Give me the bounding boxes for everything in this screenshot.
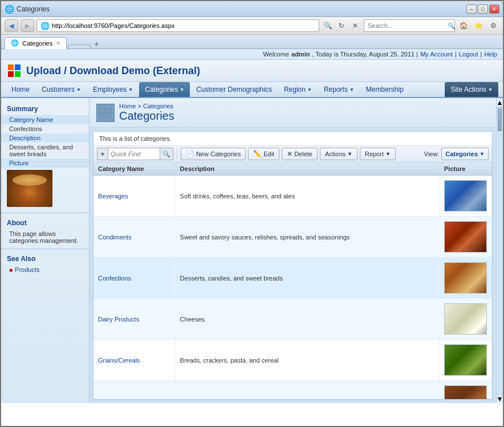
- logo-square-1: [8, 64, 14, 70]
- delete-button[interactable]: ✕ Delete: [282, 148, 318, 160]
- sidebar: Summary Category Name Confections Descri…: [1, 98, 90, 403]
- search-icon[interactable]: 🔍: [322, 19, 334, 32]
- tools-icon[interactable]: ⚙: [487, 19, 499, 32]
- tab-close-button[interactable]: ✕: [56, 40, 60, 46]
- sidebar-picture-value: [1, 168, 89, 209]
- scroll-down-button[interactable]: ▼: [497, 394, 503, 403]
- edit-button[interactable]: ✏️ Edit: [248, 148, 279, 160]
- back-button[interactable]: ◀: [5, 19, 18, 32]
- nav-item-reports[interactable]: Reports ▼: [318, 82, 360, 97]
- sidebar-description-field[interactable]: Description: [1, 133, 89, 143]
- scrollbar[interactable]: ▲ ▼: [496, 98, 503, 403]
- close-button[interactable]: ✕: [489, 5, 499, 14]
- category-name-cell: Condiments: [94, 217, 175, 258]
- nav-item-membership[interactable]: Membership: [360, 82, 409, 97]
- title-bar: 🌐 Categories – □ ✕: [1, 1, 503, 17]
- quick-find-input[interactable]: [108, 151, 160, 157]
- quick-find-arrow[interactable]: ▼: [97, 148, 108, 160]
- sidebar-category-name-field[interactable]: Category Name: [1, 115, 89, 124]
- new-tab-button[interactable]: +: [92, 39, 101, 48]
- minimize-button[interactable]: –: [466, 5, 477, 14]
- sidebar-description-value: Desserts, candies, and sweet breads: [1, 143, 89, 158]
- edit-icon: ✏️: [253, 150, 262, 158]
- category-link[interactable]: Grains/Cereals: [98, 357, 140, 364]
- new-tab-area[interactable]: [68, 44, 91, 48]
- category-name-cell: Meat/Poultry: [94, 381, 175, 400]
- sidebar-summary-title[interactable]: Summary: [1, 103, 89, 115]
- help-link[interactable]: Help: [484, 51, 497, 58]
- home-icon[interactable]: 🏠: [457, 19, 470, 32]
- stop-icon[interactable]: ✕: [349, 19, 361, 32]
- nav-item-employees[interactable]: Employees ▼: [87, 82, 139, 97]
- active-tab[interactable]: 🌐 Categories ✕: [5, 37, 67, 49]
- picture-cell: [440, 299, 492, 340]
- browser-window: 🌐 Categories – □ ✕ ◀ ▶ 🌐 🔍 ↻ ✕ 🔍 🏠 ⭐ ⚙: [0, 0, 504, 427]
- view-dropdown[interactable]: Categories ▼: [441, 148, 489, 160]
- scroll-thumb[interactable]: [498, 108, 502, 131]
- category-link[interactable]: Meat/Poultry: [98, 398, 133, 400]
- category-link[interactable]: Condiments: [98, 234, 132, 241]
- products-bullet-icon: ■: [9, 267, 13, 273]
- sidebar-about-section: About This page allows categories manage…: [1, 217, 89, 245]
- logo-square-3: [8, 71, 14, 77]
- sidebar-picture-field[interactable]: Picture: [1, 158, 89, 168]
- forward-button[interactable]: ▶: [21, 19, 34, 32]
- picture-cell: [440, 217, 492, 258]
- table-header-row: Category Name Description Picture: [94, 162, 492, 176]
- content-area: Summary Category Name Confections Descri…: [1, 98, 503, 403]
- favorites-icon[interactable]: ⭐: [472, 19, 485, 32]
- nav-item-site-actions[interactable]: Site Actions ▼: [445, 82, 498, 97]
- table-row: Meat/PoultryPrepared meats: [94, 381, 492, 400]
- sidebar-see-also-title: See Also: [1, 253, 89, 265]
- list-area: This is a list of categories. ▼ 🔍 📄 New …: [93, 131, 493, 400]
- scroll-track[interactable]: [497, 107, 503, 394]
- actions-button[interactable]: Actions ▼: [320, 148, 357, 160]
- app-title: Upload / Download Demo (External): [26, 65, 200, 77]
- scroll-up-button[interactable]: ▲: [497, 98, 503, 107]
- refresh-icon[interactable]: ↻: [335, 19, 348, 32]
- address-bar: 🌐: [36, 19, 319, 32]
- data-table: Category Name Description Picture Bevera…: [94, 162, 492, 399]
- breadcrumb-home-link[interactable]: Home: [119, 103, 136, 109]
- picture-cell: [440, 176, 492, 217]
- category-link[interactable]: Beverages: [98, 193, 128, 200]
- page-wrapper: Welcome admin , Today is Thursday, Augus…: [1, 49, 503, 403]
- categories-icon: [99, 106, 112, 120]
- page-title: Categories: [119, 109, 174, 123]
- table-row: Grains/CerealsBreads, crackers, pasta, a…: [94, 340, 492, 381]
- browser-search-input[interactable]: [368, 22, 446, 29]
- sidebar-about-title: About: [1, 217, 89, 229]
- toolbar: ▼ 🔍 📄 New Categories ✏️ Edit: [94, 146, 492, 162]
- table-row: BeveragesSoft drinks, coffees, teas, bee…: [94, 176, 492, 217]
- new-icon: 📄: [186, 150, 194, 158]
- logo-square-4: [15, 71, 21, 77]
- logout-link[interactable]: Logout: [459, 51, 478, 58]
- nav-item-home[interactable]: Home: [6, 82, 35, 97]
- sidebar-divider-2: [1, 249, 89, 249]
- description-cell: Soft drinks, coffees, teas, beers, and a…: [175, 176, 439, 217]
- category-link[interactable]: Confections: [98, 275, 131, 282]
- sidebar-products-item[interactable]: ■ Products: [1, 265, 89, 274]
- address-input[interactable]: [52, 22, 315, 29]
- nav-item-customer-demographics[interactable]: Customer Demographics: [190, 82, 278, 97]
- category-link[interactable]: Dairy Products: [98, 316, 139, 323]
- nav-item-region[interactable]: Region ▼: [278, 82, 318, 97]
- view-control: View: Categories ▼: [424, 148, 489, 160]
- quick-find-button[interactable]: 🔍: [160, 148, 173, 160]
- products-link[interactable]: Products: [15, 266, 39, 273]
- category-name-cell: Confections: [94, 258, 175, 299]
- my-account-link[interactable]: My Account: [420, 51, 453, 58]
- new-categories-button[interactable]: 📄 New Categories: [181, 148, 246, 160]
- search-btn-icon[interactable]: 🔍: [448, 22, 456, 30]
- maximize-button[interactable]: □: [478, 5, 488, 14]
- nav-icons: 🔍 ↻ ✕: [322, 19, 361, 32]
- category-picture: [444, 303, 487, 335]
- report-button[interactable]: Report ▼: [360, 148, 396, 160]
- toolbar-separator-1: [177, 148, 177, 160]
- nav-item-categories[interactable]: Categories ▼: [139, 82, 190, 97]
- category-picture: [444, 180, 487, 212]
- browser-icon: 🌐: [5, 5, 14, 14]
- employees-dropdown-arrow: ▼: [128, 87, 133, 92]
- nav-item-customers[interactable]: Customers ▼: [36, 82, 87, 97]
- breadcrumb-separator: >: [137, 103, 143, 109]
